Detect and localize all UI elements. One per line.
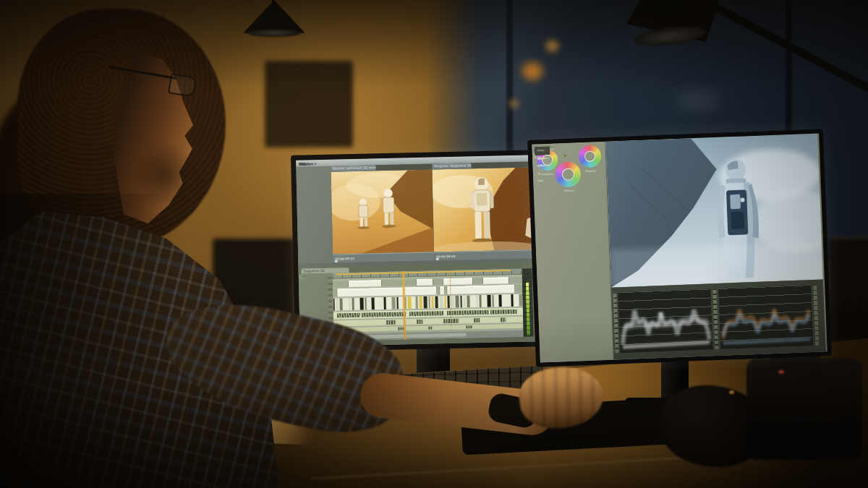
- filmstrip-frame: [367, 298, 370, 310]
- camera-glint: [778, 370, 784, 374]
- video-clip[interactable]: [443, 278, 473, 285]
- video-clip[interactable]: [446, 285, 515, 294]
- program-preview-image: [432, 167, 538, 252]
- shadows-color-wheel[interactable]: [578, 145, 601, 168]
- filmstrip-frame: [471, 295, 475, 307]
- pendant-lamp-rim: [247, 29, 301, 37]
- filmstrip-frame: [333, 299, 334, 311]
- shadows-label: Shadows: [579, 169, 603, 173]
- filmstrip-frame: [407, 296, 411, 309]
- filmstrip-frame: [492, 295, 493, 307]
- filmstrip-frame: [439, 296, 443, 308]
- filmstrip-frame: [444, 296, 446, 308]
- filmstrip-frame: [495, 295, 497, 307]
- filmstrip-frame: [387, 297, 390, 309]
- filmstrip-frame: [359, 298, 363, 310]
- filmstrip-frame: [447, 296, 449, 308]
- camera-body: [746, 359, 862, 460]
- grading-preview-image: [605, 134, 823, 288]
- scope-tick-scale: [712, 288, 718, 349]
- filmstrip-frame: [487, 295, 490, 307]
- video-clip[interactable]: [482, 277, 509, 284]
- city-bokeh-light: [509, 100, 519, 108]
- filmstrip-frame: [383, 297, 386, 309]
- camera-glint: [729, 390, 734, 394]
- city-bokeh-light: [522, 62, 542, 80]
- person-shadow: [0, 194, 176, 488]
- track-label: M: [300, 275, 304, 279]
- audio-waveform-block[interactable]: [474, 319, 480, 322]
- filmstrip-frame: [428, 296, 430, 309]
- editing-app-window: FileEditClipSequenceEffectsWindowHelp So…: [296, 155, 540, 346]
- audio-meter-right: [526, 282, 530, 335]
- filmstrip-frame: [435, 296, 438, 308]
- audio-meter-left: [526, 293, 529, 335]
- color-grading-window: Color Correction Effects Metadata Color …: [532, 133, 827, 362]
- filmstrip-frame: [508, 294, 509, 307]
- filmstrip-frame: [511, 294, 513, 307]
- preset-item[interactable]: Video Limiter: [535, 147, 547, 155]
- filmstrip-frame: [482, 295, 485, 307]
- audio-waveform-block[interactable]: [387, 320, 396, 324]
- source-timecode-out: 00:00:45:10: [335, 257, 354, 261]
- rgb-waveform-scope: [718, 285, 813, 349]
- source-monitor-panel: Source: astronaut_01.mov: [331, 164, 434, 263]
- right-monitor: Color Correction Effects Metadata Color …: [527, 129, 832, 367]
- audio-waveform-block[interactable]: [501, 318, 506, 322]
- audio-waveform-block[interactable]: [417, 320, 422, 323]
- video-clip[interactable]: [439, 286, 445, 294]
- filmstrip-frame: [391, 297, 395, 309]
- audio-waveform-block[interactable]: [337, 313, 360, 318]
- source-preview-image: [331, 170, 434, 254]
- video-clip[interactable]: [416, 279, 433, 286]
- audio-waveform-block[interactable]: [447, 310, 489, 316]
- filmstrip-frame: [479, 295, 481, 307]
- filmstrip-frame: [396, 297, 398, 309]
- audio-waveform-block[interactable]: [467, 325, 472, 328]
- filmstrip-frame: [455, 296, 459, 308]
- city-bokeh-light: [676, 90, 720, 111]
- menu-item[interactable]: Help: [299, 161, 307, 166]
- filmstrip-frame: [365, 298, 366, 310]
- project-bin-panel[interactable]: [296, 166, 333, 264]
- video-clip[interactable]: [336, 286, 437, 296]
- luma-waveform-scope: [618, 288, 712, 353]
- city-bokeh-light: [546, 40, 558, 51]
- video-clip[interactable]: [348, 280, 382, 287]
- filmstrip-frame: [431, 296, 433, 309]
- filmstrip-frame: [399, 297, 401, 309]
- filmstrip-frame: [476, 295, 477, 307]
- program-timecode-out: 00:04:38:22: [436, 254, 456, 259]
- audio-waveform-block[interactable]: [362, 312, 405, 317]
- filmstrip-frame: [371, 297, 374, 309]
- presets-list[interactable]: HD 16-235 to FullRGB CurvesFast Color Co…: [533, 145, 536, 148]
- glasses-lens: [168, 73, 197, 97]
- audio-waveform-block[interactable]: [398, 328, 404, 330]
- filmstrip-frame: [463, 296, 465, 308]
- audio-waveform-block[interactable]: [428, 327, 432, 330]
- filmstrip-frame: [514, 294, 517, 307]
- timeline-tracks[interactable]: [333, 269, 524, 341]
- color-correction-panel: Color Correction Effects Metadata Color …: [532, 142, 614, 363]
- filmstrip-frame: [355, 298, 358, 310]
- midtones-label: Midtones: [557, 189, 582, 192]
- filmstrip-frame: [349, 298, 350, 310]
- wall-cabinet-silhouette: [265, 61, 353, 147]
- scope-tick-scale: [813, 285, 819, 346]
- filmstrip-frame: [380, 297, 382, 309]
- wheel-handle[interactable]: [564, 155, 567, 158]
- filmstrip-frame: [336, 299, 338, 311]
- filmstrip-frame: [415, 296, 417, 309]
- filmstrip-frame: [375, 297, 379, 309]
- audio-waveform-block[interactable]: [409, 311, 443, 316]
- audio-waveform-block[interactable]: [490, 309, 517, 314]
- photo-scene: FileEditClipSequenceEffectsWindowHelp So…: [0, 0, 868, 488]
- filmstrip-frame: [498, 294, 501, 307]
- scopes-panel: [611, 279, 826, 359]
- program-monitor-panel: Program: Sequence 01: [432, 161, 538, 260]
- filmstrip-frame: [412, 296, 414, 309]
- filmstrip-frame: [419, 296, 422, 309]
- filmstrip-frame: [503, 294, 506, 307]
- filmstrip-frame: [467, 295, 469, 307]
- filmstrip-frame: [460, 296, 461, 308]
